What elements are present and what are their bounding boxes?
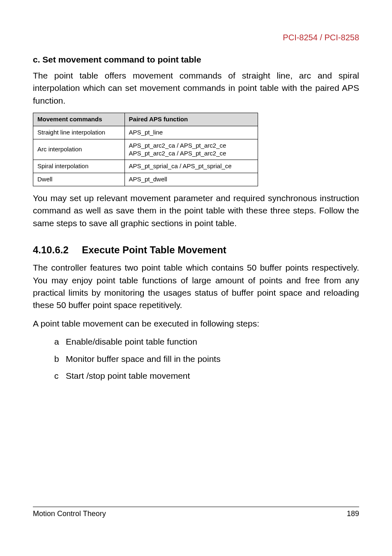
list-item: c Start /stop point table movement (54, 370, 359, 382)
subsection-para2: A point table movement can be executed i… (33, 317, 359, 330)
cell-aps: APS_pt_sprial_ca / APS_pt_sprial_ce (125, 160, 258, 173)
product-header: PCI-8254 / PCI-8258 (33, 33, 359, 42)
list-item: a Enable/disable point table function (54, 336, 359, 348)
table-row: Arc interpolation APS_pt_arc2_ca / APS_p… (33, 139, 258, 160)
cell-movement: Dwell (33, 173, 125, 186)
section-c-para: The point table offers movement commands… (33, 70, 359, 107)
cell-aps: APS_pt_arc2_ca / APS_pt_arc2_ceAPS_pt_ar… (125, 139, 258, 160)
step-marker: b (54, 353, 59, 365)
page-number: 189 (347, 510, 359, 518)
step-text: Monitor buffer space and fill in the poi… (66, 354, 221, 364)
step-marker: c (54, 370, 59, 382)
cell-aps: APS_pt_line (125, 126, 258, 139)
step-marker: a (54, 336, 59, 348)
step-text: Enable/disable point table function (66, 337, 197, 346)
step-text: Start /stop point table movement (66, 371, 190, 380)
subsection-para1: The controller features two point table … (33, 262, 359, 312)
cell-aps: APS_pt_dwell (125, 173, 258, 186)
subsection-number: 4.10.6.2 (33, 244, 69, 256)
after-table-para: You may set up relevant movement paramet… (33, 192, 359, 229)
cell-movement: Arc interpolation (33, 139, 125, 160)
subsection-heading: 4.10.6.2 Execute Point Table Movement (33, 244, 359, 256)
cell-movement: Straight line interpolation (33, 126, 125, 139)
th-paired-aps: Paired APS function (125, 113, 258, 126)
table-row: Dwell APS_pt_dwell (33, 173, 258, 186)
steps-list: a Enable/disable point table function b … (33, 336, 359, 382)
table-header-row: Movement commands Paired APS function (33, 113, 258, 126)
table-row: Spiral interpolation APS_pt_sprial_ca / … (33, 160, 258, 173)
cell-movement: Spiral interpolation (33, 160, 125, 173)
th-movement-commands: Movement commands (33, 113, 125, 126)
table-row: Straight line interpolation APS_pt_line (33, 126, 258, 139)
movement-table: Movement commands Paired APS function St… (33, 113, 258, 186)
footer-section: Motion Control Theory (33, 510, 106, 518)
list-item: b Monitor buffer space and fill in the p… (54, 353, 359, 365)
page-footer: Motion Control Theory 189 (33, 507, 359, 518)
subsection-title: Execute Point Table Movement (82, 244, 226, 255)
section-c-title: c. Set movement command to point table (33, 55, 359, 65)
